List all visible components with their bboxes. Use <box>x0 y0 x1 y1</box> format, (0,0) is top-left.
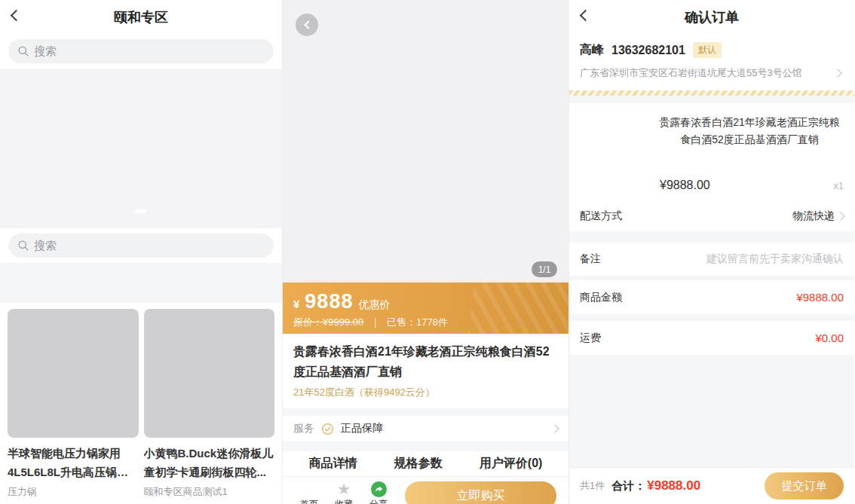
product-card[interactable]: 小黄鸭B.Duck迷你滑板儿童初学卡通刷街板四轮... 颐和专区商品测试1 ¥8… <box>144 309 275 504</box>
price-meta-line: 原价：¥9999.00 ｜ 已售：1778件 <box>293 316 558 329</box>
page-title: 确认订单 <box>685 8 739 26</box>
order-item-body: 贵露春浓香白酒21年珍藏老酒正宗纯粮食白酒52度正品基酒酒厂直销 ¥9888.0… <box>649 114 844 192</box>
back-icon <box>304 20 312 29</box>
product-grid: 半球智能电压力锅家用4L5L6L8L升电高压锅大容... 压力锅 ¥888 小黄… <box>0 303 282 504</box>
order-item-title: 贵露春浓香白酒21年珍藏老酒正宗纯粮食白酒52度正品基酒酒厂直销 <box>655 114 844 148</box>
default-badge: 默认 <box>693 42 722 58</box>
back-icon[interactable] <box>580 10 592 22</box>
section-gap <box>283 408 568 416</box>
recipient-name: 高峰 <box>580 42 604 58</box>
tab-user-reviews[interactable]: 用户评价(0) <box>480 456 543 472</box>
search-placeholder: 搜索 <box>34 239 57 253</box>
goods-amount-value: ¥9888.00 <box>796 291 844 304</box>
product-card[interactable]: 半球智能电压力锅家用4L5L6L8L升电高压锅大容... 压力锅 ¥888 <box>8 309 139 504</box>
original-price: 原价：¥9999.00 <box>293 316 363 329</box>
search-section-list: 搜索 <box>0 228 282 263</box>
price-banner: ¥ 9888 优惠价 原价：¥9999.00 ｜ 已售：1778件 <box>283 283 568 334</box>
product-subtitle: 压力锅 <box>8 485 139 499</box>
receipt-stripe-divider <box>569 90 854 96</box>
zone-navbar: 颐和专区 <box>0 0 282 34</box>
home-label: 首页 <box>300 498 318 504</box>
section-gap <box>0 263 282 303</box>
submit-order-button[interactable]: 提交订单 <box>765 472 844 499</box>
separator: ｜ <box>370 316 380 329</box>
star-icon: ★ <box>337 481 351 496</box>
buy-now-button[interactable]: 立即购买 <box>405 481 556 504</box>
section-gap <box>283 441 568 451</box>
total-label: 合计： <box>611 479 645 493</box>
favorite-button[interactable]: ★ 收藏 <box>326 481 361 504</box>
product-gallery[interactable]: 1/1 <box>283 0 568 283</box>
address-detail-row: 广东省深圳市宝安区石岩街道坑尾大道55号3号公馆 <box>580 66 844 80</box>
shipping-fee-row: 运费 ¥0.00 <box>569 321 854 355</box>
sold-count: 已售：1778件 <box>387 316 448 329</box>
delivery-method-row[interactable]: 配送方式 物流快递 <box>569 201 854 231</box>
product-title: 半球智能电压力锅家用4L5L6L8L升电高压锅大容... <box>8 444 139 481</box>
back-icon[interactable] <box>11 10 23 22</box>
delivery-label: 配送方式 <box>580 209 622 223</box>
chevron-right-icon <box>833 69 841 77</box>
remark-placeholder: 建议留言前先于卖家沟通确认 <box>706 252 844 266</box>
shipping-fee-label: 运费 <box>580 331 601 345</box>
confirm-order-page: 确认订单 高峰 13632682101 默认 广东省深圳市宝安区石岩街道坑尾大道… <box>569 0 854 504</box>
order-item-card: 贵露春浓香白酒21年珍藏老酒正宗纯粮食白酒52度正品基酒酒厂直销 ¥9888.0… <box>569 103 854 201</box>
service-value: 正品保障 <box>341 422 383 435</box>
product-image-placeholder <box>144 309 275 438</box>
action-bar: 首页 ★ 收藏 分享 立即购买 <box>283 476 568 504</box>
page-title: 颐和专区 <box>114 8 168 26</box>
product-detail-page: 1/1 ¥ 9888 优惠价 原价：¥9999.00 ｜ 已售：1778件 贵露… <box>283 0 569 504</box>
tab-spec-params[interactable]: 规格参数 <box>394 456 443 472</box>
delivery-value: 物流快递 <box>792 209 835 223</box>
address-card[interactable]: 高峰 13632682101 默认 广东省深圳市宝安区石岩街道坑尾大道55号3号… <box>569 34 854 90</box>
section-gap <box>569 314 854 321</box>
address-header: 高峰 13632682101 默认 <box>580 42 844 58</box>
search-icon <box>17 45 29 57</box>
search-icon <box>17 240 29 252</box>
search-section-top: 搜索 <box>0 34 282 69</box>
chevron-right-icon <box>836 212 844 220</box>
product-title: 小黄鸭B.Duck迷你滑板儿童初学卡通刷街板四轮... <box>144 444 275 481</box>
address-detail: 广东省深圳市宝安区石岩街道坑尾大道55号3号公馆 <box>580 66 806 80</box>
favorite-label: 收藏 <box>335 498 353 504</box>
background-filler <box>569 355 854 467</box>
product-subtitle: 21年52度白酒（获得9492云分） <box>293 386 558 399</box>
search-placeholder: 搜索 <box>34 44 57 59</box>
gallery-page-badge: 1/1 <box>532 261 557 277</box>
zone-page: 颐和专区 搜索 搜索 半球智能电压力锅家用4L5L6L8L升电高压锅大容... … <box>0 0 283 504</box>
order-item-image-placeholder <box>580 114 649 183</box>
back-button[interactable] <box>296 14 318 36</box>
share-label: 分享 <box>369 498 388 504</box>
remark-label: 备注 <box>580 252 601 266</box>
remark-row[interactable]: 备注 建议留言前先于卖家沟通确认 <box>569 243 854 276</box>
checkout-bar: 共1件 合计： ¥9888.00 提交订单 <box>569 467 854 504</box>
carousel-indicator <box>136 209 147 213</box>
service-row[interactable]: 服务 正品保障 <box>283 416 568 441</box>
order-item-quantity: x1 <box>833 180 844 191</box>
shipping-fee-value: ¥0.00 <box>815 331 844 344</box>
search-input-2[interactable]: 搜索 <box>8 234 274 258</box>
banner-carousel[interactable] <box>0 69 282 228</box>
product-info: 贵露春浓香白酒21年珍藏老酒正宗纯粮食白酒52度正品基酒酒厂直销 21年52度白… <box>283 334 568 408</box>
chevron-right-icon <box>550 424 559 432</box>
share-icon <box>371 481 387 497</box>
tab-product-detail[interactable]: 商品详情 <box>309 456 357 472</box>
app-root: 颐和专区 搜索 搜索 半球智能电压力锅家用4L5L6L8L升电高压锅大容... … <box>0 0 855 504</box>
currency-symbol: ¥ <box>293 298 299 310</box>
section-gap <box>569 96 854 103</box>
order-item-price-row: ¥9888.00 x1 <box>655 179 844 192</box>
product-title: 贵露春浓香白酒21年珍藏老酒正宗纯粮食白酒52度正品基酒酒厂直销 <box>293 341 558 382</box>
total-value: ¥9888.00 <box>647 478 700 493</box>
order-item-price: ¥9888.00 <box>660 179 710 192</box>
order-navbar: 确认订单 <box>569 0 854 34</box>
search-input[interactable]: 搜索 <box>8 39 274 63</box>
goods-amount-row: 商品金额 ¥9888.00 <box>569 280 854 314</box>
price-line: ¥ 9888 优惠价 <box>293 290 558 313</box>
home-button[interactable]: 首页 <box>292 481 326 504</box>
product-subtitle: 颐和专区商品测试1 <box>144 485 275 499</box>
share-button[interactable]: 分享 <box>361 481 396 504</box>
item-count: 共1件 <box>580 479 605 493</box>
sale-price: 9888 <box>305 290 353 313</box>
goods-amount-label: 商品金额 <box>580 291 622 304</box>
section-gap <box>569 231 854 243</box>
sale-price-tag: 优惠价 <box>358 298 390 312</box>
